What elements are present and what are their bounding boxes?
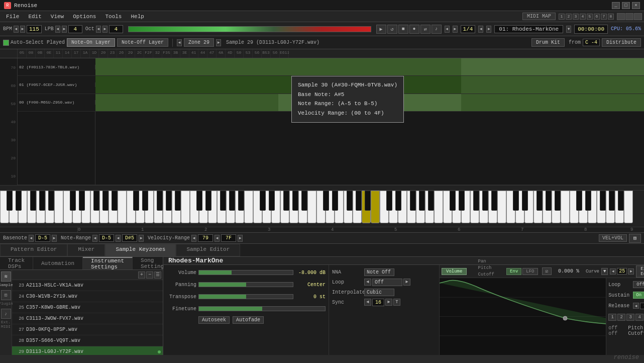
loop-btn[interactable]: ⇄ (420, 25, 431, 34)
loop-next[interactable]: ► (403, 279, 410, 286)
white-key-1-6[interactable] (118, 191, 127, 223)
lpb-value[interactable]: 4 (68, 25, 82, 33)
white-key-4-6[interactable] (307, 191, 316, 223)
sync-prev[interactable]: ◄ (364, 299, 371, 306)
volume-slider[interactable] (198, 270, 293, 275)
black-key-9-4[interactable] (609, 191, 615, 211)
zone-prev[interactable]: ◄ (177, 39, 182, 46)
basenote-prev[interactable]: ◄ (29, 235, 34, 242)
track-prev[interactable]: ◄ (478, 26, 483, 33)
black-key-4-5[interactable] (301, 191, 307, 211)
record-btn[interactable]: ● (409, 25, 419, 34)
track-btn-6[interactable]: 6 (594, 14, 600, 20)
black-key-8-4[interactable] (546, 191, 552, 211)
black-key-7-1[interactable] (459, 191, 465, 211)
black-key-4-0[interactable] (260, 191, 266, 211)
page-2[interactable]: 2 (617, 314, 625, 321)
menu-file[interactable]: File (2, 13, 23, 21)
black-key-5-5[interactable] (365, 191, 371, 211)
vel-start[interactable]: 79 (198, 234, 213, 242)
finetune-slider[interactable] (198, 306, 326, 311)
minimize-btn[interactable]: _ (612, 2, 620, 9)
track-btn-1[interactable]: 1 (559, 14, 565, 20)
inst-dropdown-btn[interactable]: ▼ (566, 26, 571, 33)
black-key-6-4[interactable] (419, 191, 425, 211)
page-4[interactable]: 4 (635, 314, 643, 321)
black-key-1-5[interactable] (112, 191, 118, 211)
track-item-26[interactable]: 26 C3113-JWOW-FVX7.wav (12, 313, 163, 324)
scroll-track-btn[interactable]: ☰ (154, 271, 161, 279)
vel-end[interactable]: 7F (221, 234, 236, 242)
zone-next[interactable]: ► (216, 39, 221, 46)
midi-icon[interactable]: ♪ (1, 309, 11, 319)
black-key-5-4[interactable] (356, 191, 362, 211)
pitch-env-item[interactable]: Pitch (476, 265, 505, 271)
page-3[interactable]: 3 (626, 314, 634, 321)
vel-end-next[interactable]: ► (238, 235, 243, 242)
pattern-prev[interactable]: ◄ (445, 26, 450, 33)
black-key-7-5[interactable] (491, 191, 497, 211)
horizontal-scrollbar[interactable] (0, 185, 644, 190)
note-off-layer-btn[interactable]: Note-Off Layer (117, 38, 168, 47)
auto-select-checkbox[interactable] (3, 40, 9, 46)
curve-value[interactable]: 25 (617, 268, 627, 275)
menu-view[interactable]: View (47, 13, 68, 21)
oct-value[interactable]: 4 (109, 25, 123, 33)
black-key-9-0[interactable] (576, 191, 582, 211)
bpm-up[interactable]: ► (20, 26, 25, 33)
black-key-6-3[interactable] (410, 191, 416, 211)
pan-env-item[interactable]: Pan (476, 258, 505, 264)
loop-ctrl-dropdown[interactable]: Off (633, 281, 644, 288)
menu-help[interactable]: Help (127, 13, 148, 21)
cutoff-env-item[interactable]: Cutoff (476, 271, 505, 278)
interpolate-dropdown[interactable]: Cubic (364, 289, 394, 296)
loop-prev[interactable]: ◄ (364, 279, 371, 286)
transpose-slider[interactable] (198, 294, 293, 299)
vel-vol-display[interactable]: VEL+VOL (599, 234, 627, 242)
env-tab[interactable]: Env (506, 268, 521, 275)
black-key-9-3[interactable] (600, 191, 606, 211)
black-key-5-1[interactable] (332, 191, 338, 211)
tab-track-dsps[interactable]: Track DSPs (0, 257, 33, 269)
white-key-7-6[interactable] (497, 191, 506, 223)
note-range-start[interactable]: D-5 (99, 234, 114, 242)
note-range-prev[interactable]: ◄ (92, 235, 97, 242)
close-btn[interactable]: × (632, 2, 640, 9)
track-item-23[interactable]: 23 A2113-HSLC-VK1A.wav (12, 280, 163, 291)
sustain-on-btn[interactable]: On (633, 292, 644, 299)
black-key-0-4[interactable] (39, 191, 45, 211)
remove-track-btn[interactable]: − (146, 271, 153, 279)
release-prev[interactable]: ◄ (633, 303, 639, 309)
format-btn3[interactable] (634, 13, 642, 20)
black-key-0-0[interactable] (7, 191, 13, 211)
track-btn-5[interactable]: 5 (587, 14, 593, 20)
lpb-down[interactable]: ◄ (55, 26, 60, 33)
black-key-5-0[interactable] (323, 191, 329, 211)
release-value[interactable]: 0 (640, 303, 644, 309)
tab-automation[interactable]: Automation (33, 257, 83, 269)
black-key-0-5[interactable] (48, 191, 54, 211)
track-item-25[interactable]: 25 C357-K8W0-GBRE.wav (12, 302, 163, 313)
basenote-value[interactable]: D-5 (35, 234, 50, 242)
maximize-btn[interactable]: □ (622, 2, 630, 9)
bpm-down[interactable]: ◄ (14, 26, 19, 33)
distribute-btn[interactable]: Distribute (602, 38, 641, 47)
checkbox-enabled[interactable]: ☑ (542, 267, 552, 275)
track-item-28[interactable]: 28 D357-S666-VQ9T.wav (12, 335, 163, 346)
zone-btn[interactable]: Zone 29 (184, 38, 214, 47)
white-key-3-6[interactable] (244, 191, 253, 223)
black-key-7-3[interactable] (473, 191, 479, 211)
black-key-1-3[interactable] (93, 191, 99, 211)
black-key-4-4[interactable] (292, 191, 298, 211)
black-key-2-0[interactable] (133, 191, 139, 211)
format-btn[interactable] (617, 13, 625, 20)
black-key-1-0[interactable] (70, 191, 76, 211)
play-btn[interactable]: ▶ (376, 25, 386, 34)
autoseek-btn[interactable]: Autoseek (198, 316, 230, 324)
note-on-layer-btn[interactable]: Note-On Layer (67, 38, 115, 47)
curve-prev[interactable]: ◄ (610, 268, 616, 275)
black-key-0-1[interactable] (16, 191, 22, 211)
white-key-9-6[interactable] (624, 191, 633, 223)
black-key-4-1[interactable] (269, 191, 275, 211)
midi-map-btn[interactable]: MIDI MAP (522, 13, 556, 20)
